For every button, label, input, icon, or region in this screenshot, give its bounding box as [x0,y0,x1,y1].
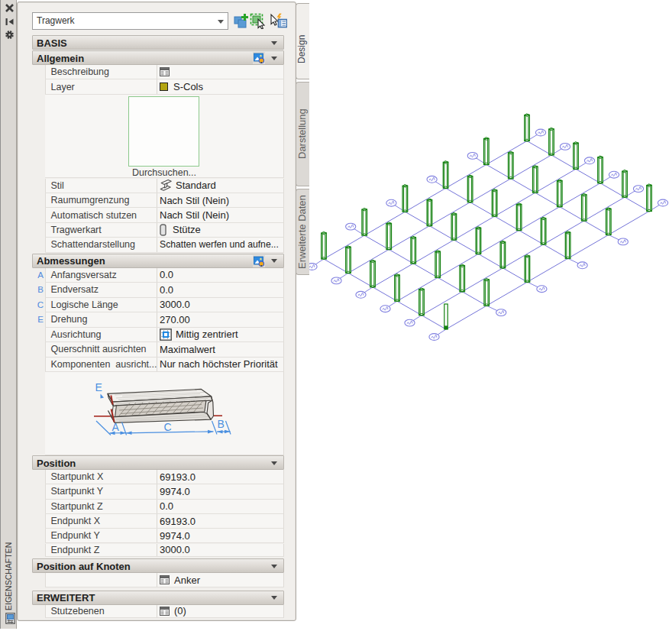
svg-text:B: B [218,418,225,430]
svg-text:C: C [164,421,172,433]
svg-text:A: A [112,421,120,433]
svg-text:E: E [95,381,102,393]
